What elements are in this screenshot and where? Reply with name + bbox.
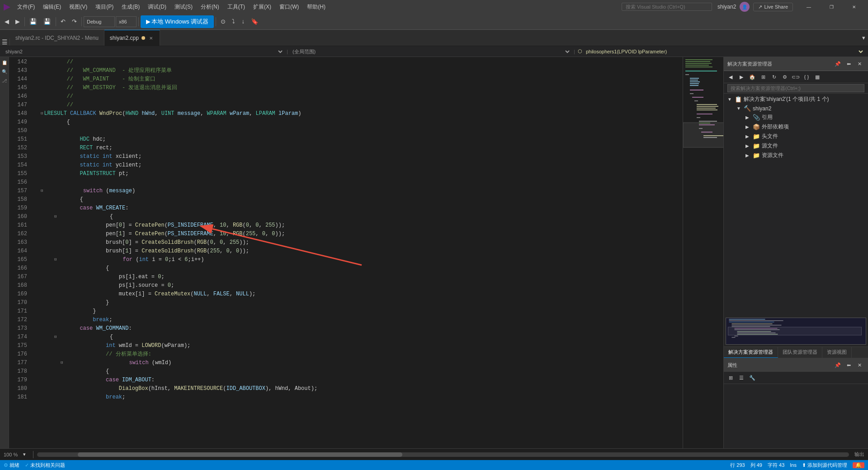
file-scope-dropdown[interactable]: shiyan2 xyxy=(4,47,284,56)
debug-config-dropdown[interactable]: Debug Release xyxy=(84,16,115,27)
se-refresh-btn[interactable]: ↻ xyxy=(769,72,779,82)
se-source-btn[interactable]: { } xyxy=(802,72,811,82)
menu-tools[interactable]: 工具(T) xyxy=(224,2,249,12)
se-collapse-button[interactable]: ⬅ xyxy=(844,59,854,69)
svg-rect-16 xyxy=(692,97,703,98)
menu-view[interactable]: 视图(V) xyxy=(66,2,91,12)
menu-debug[interactable]: 调试(D) xyxy=(144,2,170,12)
menu-test[interactable]: 测试(S) xyxy=(171,2,196,12)
close-tab-icon[interactable]: ✕ xyxy=(148,35,154,41)
tree-external-deps[interactable]: ▶ 📦 外部依赖项 xyxy=(724,122,868,132)
toolbar-breakpoint[interactable]: ⊙ xyxy=(218,15,228,28)
status-add-source[interactable]: ⬆ 添加到源代码管理 xyxy=(802,462,847,469)
tree-project-root[interactable]: ▼ 🔨 shiyan2 xyxy=(724,104,868,113)
maximize-button[interactable]: ❐ xyxy=(821,0,842,14)
function-dropdown[interactable]: philosophers1(LPVOID lpParameter) xyxy=(584,47,864,56)
se-forward-btn[interactable]: ▶ xyxy=(736,72,746,82)
activity-explorer[interactable]: 📋 xyxy=(1,59,8,66)
status-ready[interactable]: ⚙ 就绪 xyxy=(4,462,19,469)
menu-analyze[interactable]: 分析(N) xyxy=(197,2,223,12)
svg-rect-22 xyxy=(697,114,712,114)
global-search-input[interactable] xyxy=(622,3,712,11)
status-no-issues[interactable]: ✓ 未找到相关问题 xyxy=(25,462,65,469)
status-line[interactable]: 行 293 xyxy=(730,462,745,469)
solution-search-input[interactable] xyxy=(727,84,864,92)
tree-resource-files[interactable]: ▶ 📁 资源文件 xyxy=(724,151,868,160)
sidebar-collapse[interactable]: ☰ xyxy=(0,38,10,46)
prop-pin-btn[interactable]: 📌 xyxy=(833,360,843,370)
res-label: 资源文件 xyxy=(762,152,783,159)
activity-search[interactable]: 🔍 xyxy=(1,68,8,75)
zoom-dropdown-btn[interactable]: ▾ xyxy=(19,450,29,460)
minimize-button[interactable]: — xyxy=(798,0,819,14)
tab-shiyan2-cpp[interactable]: shiyan2.cpp ✕ xyxy=(104,30,160,46)
code-line-152: RECT rect; xyxy=(41,144,683,152)
close-button[interactable]: ✕ xyxy=(844,0,864,14)
code-line-177: ⊟ switch (wmId) xyxy=(41,359,683,367)
tree-source-files[interactable]: ▶ 📁 源文件 xyxy=(724,141,868,151)
toolbar-new[interactable]: ◀ xyxy=(2,15,12,28)
se-back-btn[interactable]: ◀ xyxy=(726,72,736,82)
minimap[interactable] xyxy=(683,57,723,448)
toolbar-bookmark[interactable]: 🔖 xyxy=(248,15,261,28)
prop-close-btn[interactable]: ✕ xyxy=(854,360,864,370)
se-grid-btn[interactable]: ⊞ xyxy=(758,72,768,82)
code-line-176: // 分析菜单选择: xyxy=(41,350,683,359)
tree-references[interactable]: ▶ 📎 引用 xyxy=(724,113,868,122)
svg-rect-6 xyxy=(685,66,712,67)
tab-dropdown-button[interactable]: ▾ xyxy=(859,29,868,46)
toolbar-back[interactable]: ▶ xyxy=(13,15,23,28)
menu-build[interactable]: 生成(B) xyxy=(118,2,143,12)
se-tab-team[interactable]: 团队资源管理器 xyxy=(778,347,822,358)
menu-file[interactable]: 文件(F) xyxy=(14,2,38,12)
menu-extensions[interactable]: 扩展(X) xyxy=(250,2,275,12)
status-col[interactable]: 列 49 xyxy=(750,462,762,469)
prop-collapse-btn[interactable]: ⬅ xyxy=(844,360,854,370)
horizontal-scrollbar[interactable] xyxy=(37,452,849,457)
toolbar-redo[interactable]: ↷ xyxy=(69,15,80,28)
tree-header-files[interactable]: ▶ 📁 头文件 xyxy=(724,132,868,141)
toolbar-save[interactable]: 💾 xyxy=(27,15,40,28)
toolbar-step-into[interactable]: ↓ xyxy=(239,15,247,28)
se-settings-btn[interactable]: ⚙ xyxy=(780,72,790,82)
prop-list-btn[interactable]: ☰ xyxy=(736,373,746,383)
symbol-scope-dropdown[interactable]: (全局范围) xyxy=(291,47,571,56)
se-home-btn[interactable]: 🏠 xyxy=(747,72,757,82)
menu-project[interactable]: 项目(P) xyxy=(92,2,117,12)
code-line-143: // WM_COMMAND - 处理应用程序菜单 xyxy=(41,66,683,75)
menu-window[interactable]: 窗口(W) xyxy=(276,2,302,12)
run-button[interactable]: ▶ 本地 Windows 调试器 xyxy=(141,15,214,28)
code-line-178: { xyxy=(41,367,683,376)
se-close-button[interactable]: ✕ xyxy=(854,59,864,69)
toolbar-undo[interactable]: ↶ xyxy=(58,15,68,28)
se-tab-solution[interactable]: 解决方案资源管理器 xyxy=(724,347,778,358)
live-share-button[interactable]: ↗ Live Share xyxy=(753,3,793,11)
platform-dropdown[interactable]: x86 x64 xyxy=(116,16,137,27)
code-text-area[interactable]: // // WM_COMMAND - 处理应用程序菜单 // WM_PAINT … xyxy=(32,57,683,448)
function-icon: ⬡ xyxy=(578,48,582,54)
code-line-159: case WM_CREATE: xyxy=(41,204,683,213)
status-notification[interactable]: 🔔 xyxy=(853,462,864,468)
menu-edit[interactable]: 编辑(E) xyxy=(39,2,65,12)
properties-title: 属性 xyxy=(727,362,737,369)
code-line-168: ps[i].source = 0; xyxy=(41,281,683,290)
activity-git[interactable]: ⎇ xyxy=(1,77,8,84)
scrollbar-thumb[interactable] xyxy=(78,452,402,457)
right-panel: 解决方案资源管理器 📌 ⬅ ✕ ◀ ▶ 🏠 ⊞ ↻ ⚙ ⊂⊃ { } ▦ xyxy=(723,57,868,448)
toolbar-step-over[interactable]: ⤵ xyxy=(229,15,238,28)
code-line-156 xyxy=(41,178,683,187)
se-tabs-bar: 解决方案资源管理器 团队资源管理器 资源视图 xyxy=(724,347,868,358)
se-pin-button[interactable]: 📌 xyxy=(833,59,843,69)
toolbar-save-all[interactable]: 💾 xyxy=(41,15,54,28)
se-show-all-btn[interactable]: ▦ xyxy=(812,72,822,82)
tab-shiyan2-rc[interactable]: shiyan2.rc - IDC_SHIYAN2 - Menu xyxy=(10,30,104,46)
tree-solution-root[interactable]: ▼ 📋 解决方案'shiyan2'(1 个项目/共 1 个) xyxy=(724,95,868,104)
prop-grid-btn[interactable]: ⊞ xyxy=(726,373,736,383)
se-filter-btn[interactable]: ⊂⊃ xyxy=(791,72,801,82)
status-ins[interactable]: Ins xyxy=(790,462,797,468)
prop-wrench-btn[interactable]: 🔧 xyxy=(747,373,757,383)
se-tab-resource[interactable]: 资源视图 xyxy=(822,347,852,358)
tab-label-rc: shiyan2.rc - IDC_SHIYAN2 - Menu xyxy=(15,35,99,41)
menu-help[interactable]: 帮助(H) xyxy=(303,2,329,12)
status-char[interactable]: 字符 43 xyxy=(768,462,784,469)
